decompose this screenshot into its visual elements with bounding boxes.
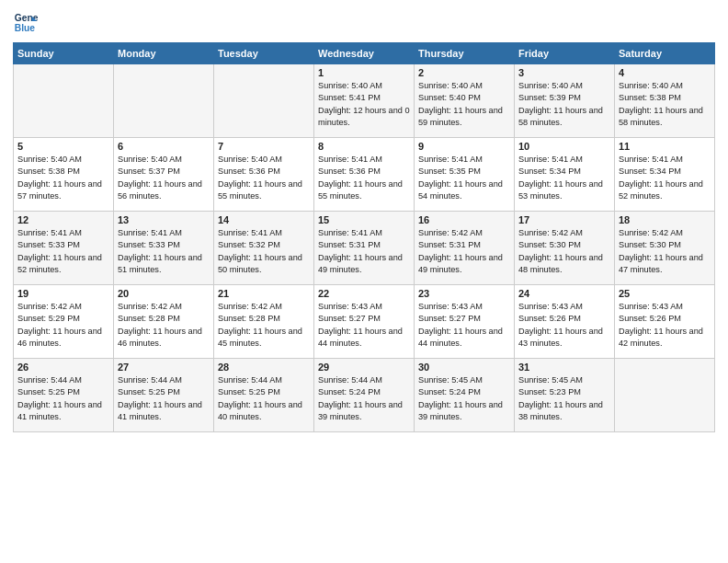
day-number: 29 [318,362,410,373]
calendar-cell: 15Sunrise: 5:41 AMSunset: 5:31 PMDayligh… [314,212,415,285]
day-info: Sunrise: 5:42 AMSunset: 5:31 PMDaylight:… [418,227,510,276]
day-number: 31 [518,362,610,373]
day-info: Sunrise: 5:44 AMSunset: 5:25 PMDaylight:… [17,374,109,423]
day-info: Sunrise: 5:40 AMSunset: 5:38 PMDaylight:… [619,80,711,129]
day-number: 13 [118,214,210,225]
svg-text:General: General [15,13,39,23]
calendar-week-row: 1Sunrise: 5:40 AMSunset: 5:41 PMDaylight… [14,64,715,138]
day-number: 5 [17,141,109,152]
calendar-cell: 5Sunrise: 5:40 AMSunset: 5:38 PMDaylight… [14,138,114,212]
calendar-cell [14,64,114,138]
calendar-cell: 14Sunrise: 5:41 AMSunset: 5:32 PMDayligh… [214,212,314,285]
calendar-week-row: 12Sunrise: 5:41 AMSunset: 5:33 PMDayligh… [14,212,715,285]
calendar-cell: 3Sunrise: 5:40 AMSunset: 5:39 PMDaylight… [515,64,615,138]
day-info: Sunrise: 5:45 AMSunset: 5:24 PMDaylight:… [418,374,510,423]
day-info: Sunrise: 5:42 AMSunset: 5:30 PMDaylight:… [518,227,610,276]
day-number: 28 [218,362,310,373]
day-number: 26 [17,362,109,373]
calendar-cell [214,64,314,138]
calendar-week-row: 26Sunrise: 5:44 AMSunset: 5:25 PMDayligh… [14,359,715,432]
day-info: Sunrise: 5:40 AMSunset: 5:36 PMDaylight:… [218,154,310,202]
day-number: 3 [518,67,610,78]
day-info: Sunrise: 5:40 AMSunset: 5:40 PMDaylight:… [418,80,510,129]
day-number: 14 [218,214,310,225]
calendar-cell: 13Sunrise: 5:41 AMSunset: 5:33 PMDayligh… [114,212,214,285]
weekday-header: Thursday [415,43,515,64]
day-number: 9 [418,141,510,152]
day-info: Sunrise: 5:43 AMSunset: 5:27 PMDaylight:… [318,301,410,350]
day-number: 19 [17,288,109,299]
calendar-cell: 17Sunrise: 5:42 AMSunset: 5:30 PMDayligh… [515,212,615,285]
day-info: Sunrise: 5:42 AMSunset: 5:28 PMDaylight:… [218,301,310,350]
calendar-cell: 19Sunrise: 5:42 AMSunset: 5:29 PMDayligh… [14,285,114,359]
day-info: Sunrise: 5:41 AMSunset: 5:36 PMDaylight:… [318,154,410,202]
day-number: 21 [218,288,310,299]
calendar-cell: 12Sunrise: 5:41 AMSunset: 5:33 PMDayligh… [14,212,114,285]
calendar-cell [114,64,214,138]
day-info: Sunrise: 5:42 AMSunset: 5:28 PMDaylight:… [118,301,210,350]
weekday-header: Monday [114,43,214,64]
day-info: Sunrise: 5:40 AMSunset: 5:37 PMDaylight:… [118,154,210,202]
day-info: Sunrise: 5:41 AMSunset: 5:31 PMDaylight:… [318,227,410,276]
calendar-cell [615,359,715,432]
day-number: 24 [518,288,610,299]
day-number: 12 [17,214,109,225]
svg-text:Blue: Blue [15,23,36,33]
calendar-cell: 11Sunrise: 5:41 AMSunset: 5:34 PMDayligh… [615,138,715,212]
calendar-cell: 24Sunrise: 5:43 AMSunset: 5:26 PMDayligh… [515,285,615,359]
calendar-cell: 8Sunrise: 5:41 AMSunset: 5:36 PMDaylight… [314,138,415,212]
weekday-header: Wednesday [314,43,415,64]
day-info: Sunrise: 5:41 AMSunset: 5:34 PMDaylight:… [518,154,610,202]
calendar-cell: 18Sunrise: 5:42 AMSunset: 5:30 PMDayligh… [615,212,715,285]
day-info: Sunrise: 5:44 AMSunset: 5:24 PMDaylight:… [318,374,410,423]
day-info: Sunrise: 5:42 AMSunset: 5:30 PMDaylight:… [619,227,711,276]
calendar-cell: 9Sunrise: 5:41 AMSunset: 5:35 PMDaylight… [415,138,515,212]
day-number: 2 [418,67,510,78]
day-info: Sunrise: 5:43 AMSunset: 5:27 PMDaylight:… [418,301,510,350]
day-number: 27 [118,362,210,373]
day-info: Sunrise: 5:41 AMSunset: 5:35 PMDaylight:… [418,154,510,202]
day-number: 6 [118,141,210,152]
calendar-cell: 6Sunrise: 5:40 AMSunset: 5:37 PMDaylight… [114,138,214,212]
day-info: Sunrise: 5:40 AMSunset: 5:41 PMDaylight:… [318,80,410,129]
day-number: 18 [619,214,711,225]
day-number: 11 [619,141,711,152]
calendar-cell: 21Sunrise: 5:42 AMSunset: 5:28 PMDayligh… [214,285,314,359]
calendar-cell: 30Sunrise: 5:45 AMSunset: 5:24 PMDayligh… [415,359,515,432]
day-number: 17 [518,214,610,225]
calendar-week-row: 19Sunrise: 5:42 AMSunset: 5:29 PMDayligh… [14,285,715,359]
day-info: Sunrise: 5:41 AMSunset: 5:32 PMDaylight:… [218,227,310,276]
day-info: Sunrise: 5:41 AMSunset: 5:33 PMDaylight:… [17,227,109,276]
day-info: Sunrise: 5:40 AMSunset: 5:39 PMDaylight:… [518,80,610,129]
day-number: 16 [418,214,510,225]
day-number: 20 [118,288,210,299]
calendar-cell: 28Sunrise: 5:44 AMSunset: 5:25 PMDayligh… [214,359,314,432]
day-info: Sunrise: 5:45 AMSunset: 5:23 PMDaylight:… [518,374,610,423]
calendar-cell: 26Sunrise: 5:44 AMSunset: 5:25 PMDayligh… [14,359,114,432]
day-number: 1 [318,67,410,78]
weekday-header: Sunday [14,43,114,64]
day-number: 7 [218,141,310,152]
day-info: Sunrise: 5:44 AMSunset: 5:25 PMDaylight:… [118,374,210,423]
calendar-table: SundayMondayTuesdayWednesdayThursdayFrid… [13,42,715,432]
weekday-header: Tuesday [214,43,314,64]
logo: General Blue [13,9,39,35]
calendar-cell: 2Sunrise: 5:40 AMSunset: 5:40 PMDaylight… [415,64,515,138]
logo-icon: General Blue [13,9,39,35]
calendar-cell: 23Sunrise: 5:43 AMSunset: 5:27 PMDayligh… [415,285,515,359]
day-info: Sunrise: 5:43 AMSunset: 5:26 PMDaylight:… [518,301,610,350]
day-number: 30 [418,362,510,373]
day-info: Sunrise: 5:44 AMSunset: 5:25 PMDaylight:… [218,374,310,423]
day-info: Sunrise: 5:43 AMSunset: 5:26 PMDaylight:… [619,301,711,350]
calendar-cell: 16Sunrise: 5:42 AMSunset: 5:31 PMDayligh… [415,212,515,285]
calendar-cell: 22Sunrise: 5:43 AMSunset: 5:27 PMDayligh… [314,285,415,359]
day-info: Sunrise: 5:41 AMSunset: 5:33 PMDaylight:… [118,227,210,276]
weekday-header-row: SundayMondayTuesdayWednesdayThursdayFrid… [14,43,715,64]
calendar-cell: 25Sunrise: 5:43 AMSunset: 5:26 PMDayligh… [615,285,715,359]
day-info: Sunrise: 5:40 AMSunset: 5:38 PMDaylight:… [17,154,109,202]
day-number: 23 [418,288,510,299]
weekday-header: Friday [515,43,615,64]
day-info: Sunrise: 5:42 AMSunset: 5:29 PMDaylight:… [17,301,109,350]
calendar-week-row: 5Sunrise: 5:40 AMSunset: 5:38 PMDaylight… [14,138,715,212]
day-number: 25 [619,288,711,299]
